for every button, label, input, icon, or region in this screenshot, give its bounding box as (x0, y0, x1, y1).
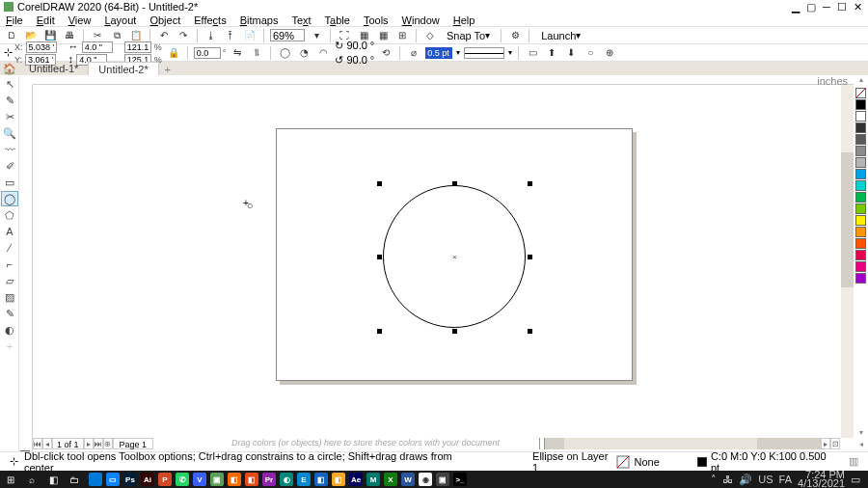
color-palette[interactable]: ▴ ▾ ◂ (854, 75, 868, 451)
obj-x-input[interactable] (26, 41, 57, 53)
convert-curves-button[interactable]: ○ (583, 45, 598, 61)
snap-off-button[interactable]: ◇ (422, 28, 438, 43)
rectangle-tool[interactable]: ▭ (1, 175, 18, 190)
show-guides-button[interactable]: ⊞ (394, 28, 410, 43)
color-swatch-9[interactable] (855, 203, 866, 214)
taskbar-app-17[interactable]: X (384, 473, 397, 486)
color-swatch-5[interactable] (855, 157, 866, 168)
horizontal-scrollbar[interactable] (545, 438, 821, 449)
taskbar-app-21[interactable]: >_ (453, 473, 467, 486)
show-grid-button[interactable]: ▦ (375, 28, 391, 43)
launch-dropdown[interactable]: Launch ▾ (535, 29, 586, 42)
color-swatch-1[interactable] (855, 111, 866, 122)
tray-volume-icon[interactable]: 🔊 (739, 474, 752, 486)
menu-table[interactable]: Table (325, 14, 350, 26)
taskbar-app-18[interactable]: W (401, 473, 415, 486)
to-back-button[interactable]: ⬇ (563, 45, 579, 61)
menu-edit[interactable]: Edit (37, 14, 55, 26)
artistic-media-tool[interactable]: ✐ (1, 158, 18, 174)
handle-s[interactable] (452, 329, 457, 334)
polygon-tool[interactable]: ⬠ (1, 207, 18, 223)
ellipse-tool[interactable]: ◯ (1, 191, 18, 206)
next-page-button[interactable]: ▸ (84, 438, 94, 449)
close-button[interactable]: ✕ (851, 1, 864, 13)
freehand-tool[interactable]: 〰 (1, 142, 18, 157)
menu-tools[interactable]: Tools (364, 14, 389, 26)
minimize-button[interactable]: ─ (820, 1, 833, 13)
taskbar-app-15[interactable]: Ae (349, 473, 363, 486)
center-marker-icon[interactable]: × (452, 253, 457, 261)
minimize-inner-icon[interactable]: ▁ (789, 1, 802, 13)
page-tab-1[interactable]: Page 1 (113, 438, 154, 449)
menu-effects[interactable]: Effects (194, 14, 226, 26)
menu-layout[interactable]: Layout (104, 14, 136, 26)
no-color-swatch[interactable] (855, 88, 866, 98)
taskbar-app-14[interactable]: ◧ (332, 473, 345, 486)
color-swatch-4[interactable] (855, 146, 866, 156)
arc-button[interactable]: ◠ (315, 45, 331, 61)
fill-tool[interactable]: ◐ (1, 322, 18, 338)
taskbar-app-5[interactable]: ✆ (176, 473, 189, 486)
menu-view[interactable]: View (68, 14, 92, 26)
taskbar-app-19[interactable]: ◉ (419, 473, 432, 486)
taskbar-app-9[interactable]: ◧ (245, 473, 258, 486)
crop-tool[interactable]: ✂ (1, 109, 18, 124)
snap-to-dropdown[interactable]: Snap To ▾ (442, 29, 495, 42)
menu-window[interactable]: Window (402, 14, 440, 26)
handle-w[interactable] (377, 255, 382, 259)
color-proof-icon[interactable]: ▥ (849, 455, 858, 468)
handle-sw[interactable] (377, 329, 382, 334)
outline-color-swatch[interactable] (697, 457, 707, 467)
to-front-button[interactable]: ⬆ (544, 45, 559, 61)
last-page-button[interactable]: ⏭ (94, 438, 103, 449)
options-button[interactable]: ⚙ (507, 28, 523, 43)
zoom-tool[interactable]: 🔍 (1, 125, 18, 141)
taskbar-app-20[interactable]: ▣ (436, 473, 449, 486)
tray-chevron-icon[interactable]: ˄ (711, 474, 717, 486)
maximize-button[interactable]: ☐ (835, 1, 849, 13)
color-swatch-10[interactable] (855, 215, 866, 226)
obj-width-input[interactable] (82, 41, 113, 53)
handle-ne[interactable] (528, 181, 532, 186)
vertical-scrollbar[interactable] (841, 85, 854, 438)
ellipse-type-button[interactable]: ◯ (277, 45, 292, 61)
color-swatch-7[interactable] (855, 180, 866, 191)
color-swatch-15[interactable] (855, 273, 866, 284)
taskbar-app-10[interactable]: Pr (262, 473, 276, 486)
publish-pdf-button[interactable]: 📄 (242, 28, 258, 43)
vertical-ruler[interactable] (19, 85, 33, 451)
drop-shadow-tool[interactable]: ▱ (1, 273, 18, 288)
tray-clock[interactable]: 7:24 PM 4/13/2021 (798, 471, 845, 488)
menu-bitmaps[interactable]: Bitmaps (240, 14, 279, 26)
text-tool[interactable]: A (1, 224, 18, 239)
nav-popup-button[interactable]: ⊡ (830, 438, 840, 449)
quick-custom-button[interactable]: ⊕ (602, 45, 617, 61)
color-swatch-3[interactable] (855, 134, 866, 145)
color-swatch-8[interactable] (855, 192, 866, 203)
color-swatch-2[interactable] (855, 122, 866, 133)
tray-lang2[interactable]: FA (779, 474, 792, 485)
color-swatch-12[interactable] (855, 238, 866, 249)
tray-lang1[interactable]: US (758, 474, 773, 485)
home-tab-icon[interactable]: 🏠 (0, 62, 19, 75)
color-swatch-11[interactable] (855, 227, 866, 237)
import-button[interactable]: ⭳ (203, 28, 219, 43)
rotation-input[interactable] (194, 47, 221, 59)
export-button[interactable]: ⭱ (223, 28, 238, 43)
color-swatch-0[interactable] (855, 99, 866, 110)
handle-nw[interactable] (377, 181, 382, 186)
restore-inner-icon[interactable]: ▢ (804, 1, 818, 13)
taskbar-app-0[interactable] (89, 473, 102, 486)
mirror-v-button[interactable]: ⥮ (249, 45, 264, 61)
menu-text[interactable]: Text (291, 14, 311, 26)
taskbar-app-12[interactable]: E (297, 473, 311, 486)
search-button[interactable]: ⌕ (21, 471, 42, 488)
wrap-text-button[interactable]: ▭ (525, 45, 540, 61)
notifications-button[interactable]: ▭ (851, 474, 860, 486)
zoom-dropdown-icon[interactable]: ▾ (309, 28, 324, 43)
scale-w-input[interactable] (124, 41, 151, 53)
horizontal-ruler[interactable]: inches (33, 75, 854, 85)
shape-tool[interactable]: ✎ (1, 93, 18, 108)
parallel-dim-tool[interactable]: ∕ (1, 240, 18, 256)
scroll-right-button[interactable]: ▸ (821, 438, 830, 449)
